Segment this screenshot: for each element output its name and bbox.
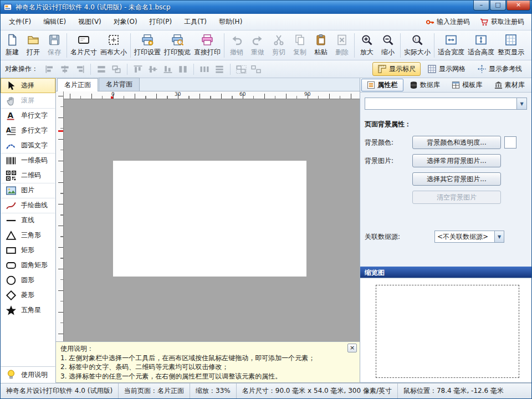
- tool-line[interactable]: 直线: [1, 213, 55, 228]
- zoom-in-button[interactable]: 放大: [356, 32, 377, 59]
- tool-diamond[interactable]: 菱形: [1, 288, 55, 303]
- show-grid-toggle[interactable]: 显示网格: [422, 62, 470, 76]
- delete-button[interactable]: 删除: [331, 32, 352, 59]
- template-icon: [452, 81, 460, 89]
- distribute-horizontal-icon[interactable]: [198, 63, 211, 75]
- whole-page-button[interactable]: 整页显示: [496, 32, 526, 59]
- minimize-button[interactable]: –: [473, 1, 489, 11]
- tab-properties-label: 属性栏: [377, 80, 397, 90]
- status-bar: 神奇名片设计打印软件 4.0 (试用版) 当前页面：名片正面 缩放：33% 名片…: [1, 383, 531, 398]
- close-button[interactable]: ×: [507, 1, 530, 11]
- print-setup-button[interactable]: 打印设置: [132, 32, 162, 59]
- chevron-down-icon[interactable]: ▼: [516, 98, 526, 109]
- menu-tools[interactable]: 工具(T): [178, 14, 213, 30]
- tab-asset-library[interactable]: 素材库: [489, 79, 531, 91]
- show-guides-toggle[interactable]: 显示参考线: [472, 62, 527, 76]
- tab-card-back[interactable]: 名片背面: [99, 78, 140, 91]
- tool-rounded-rectangle[interactable]: 圆角矩形: [1, 258, 55, 273]
- tool-barcode[interactable]: 一维条码: [1, 153, 55, 168]
- tool-image-label: 图片: [21, 186, 34, 195]
- choose-other-background-button[interactable]: 选择其它背景图片...: [412, 172, 501, 186]
- tool-image[interactable]: 图片: [1, 183, 55, 198]
- barcode-icon: [4, 155, 18, 167]
- tab-card-front[interactable]: 名片正面: [57, 78, 98, 91]
- menu-view[interactable]: 视图(V): [72, 14, 108, 30]
- save-button[interactable]: 保存: [44, 32, 65, 59]
- tool-single-line-text[interactable]: A 单行文字: [1, 108, 55, 123]
- menu-print[interactable]: 打印(P): [144, 14, 178, 30]
- cut-button[interactable]: 剪切: [268, 32, 289, 59]
- actual-size-button[interactable]: 1:1 实际大小: [402, 32, 432, 59]
- business-card-canvas[interactable]: [113, 161, 306, 277]
- background-color-button[interactable]: 背景颜色和透明度...: [412, 136, 501, 149]
- canvas-area[interactable]: 0 30 60 90: [56, 91, 360, 341]
- background-color-swatch[interactable]: [504, 136, 516, 149]
- menu-object[interactable]: 对象(O): [108, 14, 144, 30]
- align-left-icon[interactable]: [43, 63, 57, 75]
- copy-button[interactable]: 复制: [289, 32, 310, 59]
- show-ruler-toggle[interactable]: 显示标尺: [372, 62, 421, 76]
- open-button[interactable]: 打开: [23, 32, 44, 59]
- status-current-page: 当前页面：名片正面: [119, 383, 190, 398]
- grid-icon: [427, 64, 437, 74]
- tool-star-label: 五角星: [21, 305, 41, 315]
- clear-background-button[interactable]: 清空背景图片: [412, 191, 501, 204]
- svg-text:A: A: [8, 110, 14, 119]
- print-preview-button[interactable]: 打印预览: [162, 32, 192, 59]
- fit-height-button[interactable]: 适合高度: [466, 32, 496, 59]
- tool-star[interactable]: 五角星: [1, 303, 55, 318]
- card-size-button[interactable]: 名片尺寸: [69, 32, 99, 59]
- tab-properties[interactable]: 属性栏: [361, 79, 403, 91]
- tab-template-library-label: 模板库: [462, 80, 482, 90]
- pen-curve-icon: [4, 200, 18, 212]
- zoom-out-button[interactable]: 缩小: [377, 32, 398, 59]
- qrcode-icon: [4, 170, 18, 182]
- get-registration-code-button[interactable]: 获取注册码: [475, 16, 529, 28]
- tab-template-library[interactable]: 模板库: [446, 79, 488, 91]
- redo-button[interactable]: 重做: [247, 32, 268, 59]
- tool-arc-text-label: 圆弧文字: [21, 141, 48, 150]
- menu-help[interactable]: 帮助(H): [213, 14, 248, 30]
- tool-select[interactable]: 选择: [1, 78, 55, 93]
- direct-print-button[interactable]: 直接打印: [192, 32, 222, 59]
- choose-common-background-button[interactable]: 选择常用背景图片...: [412, 154, 501, 167]
- light-bulb-icon: [4, 369, 18, 381]
- menu-edit[interactable]: 编辑(E): [37, 14, 72, 30]
- enter-registration-code-button[interactable]: 输入注册码: [421, 16, 475, 28]
- close-help-icon[interactable]: ×: [347, 344, 357, 352]
- object-selector-combobox[interactable]: ▼: [365, 98, 527, 110]
- menu-file[interactable]: 文件(F): [3, 14, 37, 30]
- datasource-select[interactable]: <不关联数据源> ▼: [434, 231, 504, 243]
- tool-circle[interactable]: 圆形: [1, 273, 55, 288]
- align-right-icon[interactable]: [73, 63, 86, 75]
- usage-help-button[interactable]: 使用说明: [1, 366, 55, 383]
- maximize-button[interactable]: □: [490, 1, 506, 11]
- tool-pan[interactable]: 滚屏: [1, 93, 55, 108]
- align-top-icon[interactable]: [131, 63, 145, 75]
- tool-qrcode[interactable]: 二维码: [1, 168, 55, 183]
- canvas-size-button[interactable]: 画布大小: [99, 32, 129, 59]
- align-middle-icon[interactable]: [146, 63, 160, 75]
- tool-triangle[interactable]: 三角形: [1, 228, 55, 243]
- distribute-vertical-icon[interactable]: [213, 63, 226, 75]
- align-bottom-icon[interactable]: [161, 63, 175, 75]
- fit-width-button[interactable]: 适合宽度: [436, 32, 466, 59]
- group-icon[interactable]: [234, 63, 248, 75]
- same-height-icon[interactable]: [176, 63, 190, 75]
- ungroup-icon[interactable]: [249, 63, 263, 75]
- same-size-icon[interactable]: [110, 63, 123, 75]
- tool-freehand-curve[interactable]: 手绘曲线: [1, 198, 55, 213]
- new-button[interactable]: 新建: [2, 32, 23, 59]
- same-width-icon[interactable]: [95, 63, 108, 75]
- chevron-down-icon[interactable]: ▼: [494, 231, 504, 242]
- document-tabs: 名片正面 名片背面: [56, 78, 360, 91]
- fit-width-label: 适合宽度: [438, 48, 464, 57]
- main-toolbar: 新建 打开 保存 名片尺寸 画布大小 打印设置 打印预览: [1, 30, 531, 60]
- tool-arc-text[interactable]: 圆弧文字: [1, 138, 55, 153]
- tool-rectangle[interactable]: 矩形: [1, 243, 55, 258]
- align-center-horizontal-icon[interactable]: [58, 63, 71, 75]
- tool-multi-line-text[interactable]: A 多行文字: [1, 123, 55, 138]
- undo-button[interactable]: 撤销: [226, 32, 247, 59]
- tab-database[interactable]: 数据库: [404, 79, 446, 91]
- paste-button[interactable]: 粘贴: [310, 32, 331, 59]
